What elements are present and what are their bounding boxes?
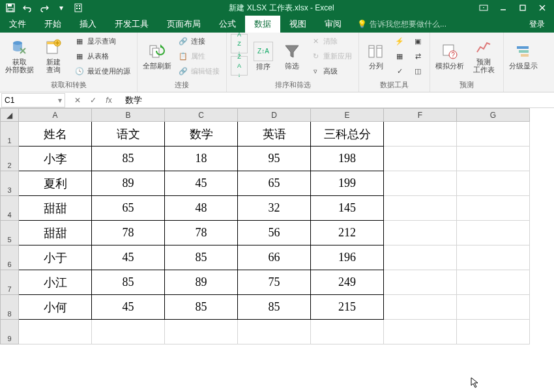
cell[interactable]: 英语	[238, 122, 311, 147]
cell[interactable]: 32	[238, 196, 311, 221]
cell[interactable]	[165, 320, 238, 344]
cell[interactable]	[457, 147, 530, 171]
sort-button[interactable]: Z↕A 排序	[250, 34, 276, 78]
tab-formulas[interactable]: 公式	[210, 16, 245, 33]
cancel-icon[interactable]: ✕	[72, 96, 83, 105]
cell[interactable]: 姓名	[19, 122, 92, 147]
tab-developer[interactable]: 开发工具	[106, 16, 158, 33]
clear-filter-button[interactable]: ✕清除	[308, 34, 355, 48]
properties-button[interactable]: 📋属性	[175, 49, 222, 63]
cell[interactable]	[384, 221, 457, 245]
from-table-button[interactable]: ▦从表格	[72, 49, 133, 63]
remove-dup-button[interactable]: ▦	[392, 49, 407, 63]
cell[interactable]: 65	[238, 171, 311, 196]
cell[interactable]: 66	[238, 245, 311, 270]
cell[interactable]	[384, 320, 457, 344]
cell[interactable]	[311, 320, 384, 344]
formula-input[interactable]: 数学	[120, 94, 554, 106]
close-icon[interactable]	[533, 1, 551, 14]
save-icon[interactable]	[4, 1, 17, 14]
row-header[interactable]: 9	[1, 320, 19, 344]
undo-icon[interactable]	[21, 1, 34, 14]
customize-icon[interactable]: ▾	[55, 1, 68, 14]
grid-table[interactable]: ◢ A B C D E F G 1 姓名 语文 数学 英语 三科总分 2 小李8…	[0, 108, 530, 344]
cell[interactable]	[457, 270, 530, 295]
cell[interactable]: 196	[311, 245, 384, 270]
get-external-data-button[interactable]: 获取 外部数据	[4, 34, 35, 78]
cell[interactable]	[457, 320, 530, 344]
relationships-button[interactable]: ⇄	[410, 49, 426, 63]
outline-button[interactable]: 分级显示	[508, 34, 539, 78]
cell[interactable]	[457, 295, 530, 320]
col-header[interactable]: G	[457, 109, 530, 122]
cell[interactable]	[457, 245, 530, 270]
select-all-cell[interactable]: ◢	[1, 109, 19, 122]
cell[interactable]: 198	[311, 147, 384, 171]
cell[interactable]: 数学	[165, 122, 238, 147]
tab-page-layout[interactable]: 页面布局	[158, 16, 210, 33]
cell[interactable]: 甜甜	[19, 196, 92, 221]
tell-me-box[interactable]: 💡告诉我您想要做什么...	[351, 16, 520, 33]
cell[interactable]: 语文	[92, 122, 165, 147]
cell[interactable]	[384, 295, 457, 320]
fx-icon[interactable]: fx	[103, 96, 115, 105]
recent-sources-button[interactable]: 🕓最近使用的源	[72, 64, 133, 78]
cell[interactable]	[19, 320, 92, 344]
cell[interactable]	[457, 221, 530, 245]
cell[interactable]: 三科总分	[311, 122, 384, 147]
cell[interactable]	[457, 122, 530, 147]
sort-asc-button[interactable]: AZ↓	[231, 34, 248, 53]
enter-icon[interactable]: ✓	[87, 96, 99, 105]
new-query-button[interactable]: 新建 查询	[38, 34, 69, 78]
cell[interactable]: 85	[92, 270, 165, 295]
cell[interactable]: 甜甜	[19, 221, 92, 245]
col-header[interactable]: E	[311, 109, 384, 122]
sort-desc-button[interactable]: ZA↓	[231, 56, 248, 76]
cell[interactable]	[384, 122, 457, 147]
cell[interactable]	[384, 196, 457, 221]
col-header[interactable]: C	[165, 109, 238, 122]
col-header[interactable]: B	[92, 109, 165, 122]
cell[interactable]: 249	[311, 270, 384, 295]
row-header[interactable]: 2	[1, 147, 19, 171]
cell[interactable]: 199	[311, 171, 384, 196]
reapply-button[interactable]: ↻重新应用	[308, 49, 355, 63]
data-model-button[interactable]: ◫	[410, 64, 426, 78]
col-header[interactable]: A	[19, 109, 92, 122]
row-header[interactable]: 6	[1, 245, 19, 270]
advanced-button[interactable]: ▿高级	[308, 64, 355, 78]
row-header[interactable]: 1	[1, 122, 19, 147]
cell[interactable]	[457, 196, 530, 221]
cell[interactable]: 85	[165, 245, 238, 270]
cell[interactable]: 78	[92, 221, 165, 245]
chevron-down-icon[interactable]: ▾	[58, 96, 62, 105]
row-header[interactable]: 8	[1, 295, 19, 320]
redo-icon[interactable]	[38, 1, 51, 14]
cell[interactable]: 小江	[19, 270, 92, 295]
cell[interactable]: 小李	[19, 147, 92, 171]
column-headers[interactable]: ◢ A B C D E F G	[1, 109, 530, 122]
cell[interactable]: 夏利	[19, 171, 92, 196]
cell[interactable]: 89	[92, 171, 165, 196]
row-header[interactable]: 5	[1, 221, 19, 245]
col-header[interactable]: D	[238, 109, 311, 122]
cell[interactable]	[384, 270, 457, 295]
refresh-all-button[interactable]: 全部刷新	[141, 34, 173, 78]
row-header[interactable]: 7	[1, 270, 19, 295]
cell[interactable]: 212	[311, 221, 384, 245]
tab-view[interactable]: 视图	[280, 16, 315, 33]
cell[interactable]: 45	[92, 245, 165, 270]
minimize-icon[interactable]	[494, 1, 512, 14]
cell[interactable]: 45	[165, 171, 238, 196]
cell[interactable]: 85	[92, 147, 165, 171]
cell[interactable]: 89	[165, 270, 238, 295]
tab-insert[interactable]: 插入	[70, 16, 106, 33]
flash-fill-button[interactable]: ⚡	[392, 34, 407, 48]
cell[interactable]: 95	[238, 147, 311, 171]
cell[interactable]	[384, 245, 457, 270]
cell[interactable]: 小于	[19, 245, 92, 270]
cell[interactable]: 85	[238, 295, 311, 320]
row-header[interactable]: 4	[1, 196, 19, 221]
forecast-sheet-button[interactable]: 预测 工作表	[468, 34, 499, 78]
cell[interactable]: 48	[165, 196, 238, 221]
